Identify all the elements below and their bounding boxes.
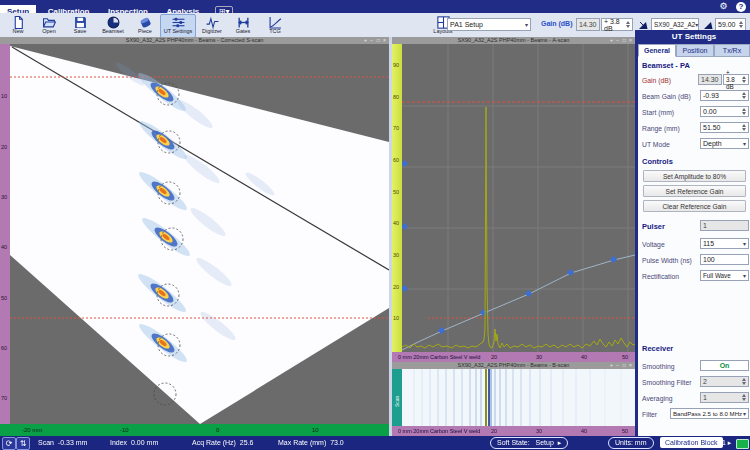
scan-position: Scan -0.33 mm xyxy=(38,436,87,450)
bscan-image xyxy=(402,369,635,426)
sscan-view[interactable] xyxy=(10,44,389,424)
status-bar: ⟳ ⇅ Scan -0.33 mm Index 0.00 mm Acq Rate… xyxy=(0,436,750,450)
sscan-title-bar: SX90_A32_A2S PHP40mm - Beams - Corrected… xyxy=(0,37,389,44)
spinner-arrows-icon[interactable] xyxy=(737,21,743,28)
ut-settings-button[interactable]: UT Settings xyxy=(160,14,196,38)
receiver-section-header: Receiver xyxy=(642,344,673,353)
help-icon[interactable]: ? xyxy=(736,2,746,12)
controls-section-header: Controls xyxy=(642,157,673,166)
spinner-arrows-icon[interactable] xyxy=(740,108,746,115)
gain-value-field: 14.30 xyxy=(698,74,722,85)
panel-control-icons[interactable]: + − □ × xyxy=(364,37,387,44)
clear-reference-gain-button[interactable]: Clear Reference Gain xyxy=(643,200,746,212)
smoothing-filter-stepper[interactable]: 2 xyxy=(700,376,749,387)
piece-button[interactable]: Piece xyxy=(129,14,161,38)
beam-gain-field[interactable]: -0.93 xyxy=(700,90,749,101)
ascan-bottom-ruler: 0 mm 20mm Carbon Steel V weld 20 30 40 5… xyxy=(392,352,635,362)
set-reference-gain-button[interactable]: Set Reference Gain xyxy=(643,185,746,197)
ascan-amplitude-ruler: 90 80 70 60 50 40 30 20 10 xyxy=(392,44,402,352)
menu-bar: Setup Calibration Inspection Analysis ⊞▾… xyxy=(0,0,750,13)
chevron-down-icon: ▾ xyxy=(525,21,528,28)
spinner-arrows-icon[interactable] xyxy=(740,92,746,99)
beamset-section-header: Beamset - PA xyxy=(642,61,690,70)
reset-icon[interactable]: ⟳ xyxy=(2,437,16,450)
pulse-width-field[interactable]: 100 xyxy=(700,254,749,265)
bscan-axis-bar: Scan xyxy=(392,369,402,426)
bscan-view[interactable] xyxy=(402,369,635,426)
smoothing-toggle[interactable]: On xyxy=(700,360,749,371)
ascan-view[interactable] xyxy=(402,44,635,352)
beamset-button[interactable]: Beamset xyxy=(97,14,129,38)
spinner-arrows-icon[interactable] xyxy=(740,124,746,131)
toolbar-gain-label: Gain (dB) xyxy=(541,20,573,27)
open-button[interactable]: Open xyxy=(33,14,65,38)
sscan-scan-ruler: -20 mm -10 0 10 xyxy=(0,424,389,436)
sscan-image xyxy=(10,44,389,424)
chevron-down-icon: ▾ xyxy=(743,410,746,417)
calibration-block-button[interactable]: Calibration Block xyxy=(660,436,723,450)
panel-control-icons[interactable]: + − □ × xyxy=(610,37,633,44)
gates-button[interactable]: Gates xyxy=(227,14,259,38)
tcg-button[interactable]: TCG xyxy=(259,14,291,38)
ut-settings-header: UT Settings xyxy=(638,30,750,44)
pulser-channel-field: 1 xyxy=(700,220,749,231)
spinner-arrows-icon[interactable] xyxy=(624,21,630,28)
start-field[interactable]: 0.00 xyxy=(700,106,749,117)
chevron-down-icon: ▾ xyxy=(743,140,746,147)
toolbar-gain-offset-stepper[interactable]: + 3.8 dB xyxy=(601,18,633,31)
max-rate: Max Rate (mm) 73.0 xyxy=(278,436,344,450)
panel-control-icons[interactable]: + − □ × xyxy=(610,362,633,369)
rectification-dropdown[interactable]: Full Wave▾ xyxy=(700,270,749,281)
spinner-arrows-icon[interactable] xyxy=(740,394,746,401)
updown-icon[interactable]: ⇅ xyxy=(16,437,30,450)
device-status-icon[interactable] xyxy=(736,439,749,449)
gear-icon[interactable]: ⚙ xyxy=(719,1,727,11)
window-utility-icons: ⚙ ? xyxy=(719,0,746,13)
range-field[interactable]: 51.50 xyxy=(700,122,749,133)
toolbar-gain-value: 14.30 xyxy=(576,18,600,31)
spinner-arrows-icon[interactable] xyxy=(740,76,746,83)
ascan-title-bar: SX90_A32_A2S PHP40mm - Beams - A-scan + … xyxy=(392,37,635,44)
save-button[interactable]: Save xyxy=(64,14,96,38)
acq-rate: Acq Rate (Hz) 25.6 xyxy=(192,436,253,450)
units: Units: mm xyxy=(608,436,654,450)
index-position: Index 0.00 mm xyxy=(110,436,158,450)
chevron-down-icon: ▾ xyxy=(743,240,746,247)
averaging-stepper[interactable]: 1 xyxy=(700,392,749,403)
pa-setup-dropdown[interactable]: PA1 Setup▾ xyxy=(447,18,531,31)
ut-mode-dropdown[interactable]: Depth▾ xyxy=(700,138,749,149)
soft-state: Soft State: Setup ▸ xyxy=(490,436,568,450)
tab-general[interactable]: General xyxy=(638,44,676,57)
sscan-depth-ruler: 10 20 30 40 50 60 70 xyxy=(0,44,10,424)
ut-settings-panel: UT Settings General Position Tx/Rx Beams… xyxy=(635,30,750,436)
spinner-arrows-icon[interactable] xyxy=(740,378,746,385)
tab-position[interactable]: Position xyxy=(676,44,714,57)
tab-txrx[interactable]: Tx/Rx xyxy=(714,44,750,57)
filter-dropdown[interactable]: BandPass 2.5 to 8.0 MHz▾ xyxy=(670,408,749,419)
digitizer-button[interactable]: Digitizer xyxy=(196,14,228,38)
gain-offset-stepper[interactable]: + 3.8 dB xyxy=(723,74,749,85)
bscan-bottom-ruler: 0 mm 20mm Carbon Steel V weld 20 30 40 5… xyxy=(392,426,635,436)
new-button[interactable]: New xyxy=(2,14,34,38)
chevron-down-icon: ▾ xyxy=(695,21,698,28)
bscan-title-bar: SX90_A32_A2S PHP40mm - Beams - B-scan + … xyxy=(392,362,635,369)
ascan-plot xyxy=(402,44,635,352)
voltage-dropdown[interactable]: 115▾ xyxy=(700,238,749,249)
pulser-section-header: Pulser xyxy=(642,222,665,231)
set-amplitude-button[interactable]: Set Amplitude to 80% xyxy=(643,170,746,182)
counter-stepper[interactable]: 1 ▸ xyxy=(722,436,731,450)
chevron-down-icon: ▾ xyxy=(743,272,746,279)
